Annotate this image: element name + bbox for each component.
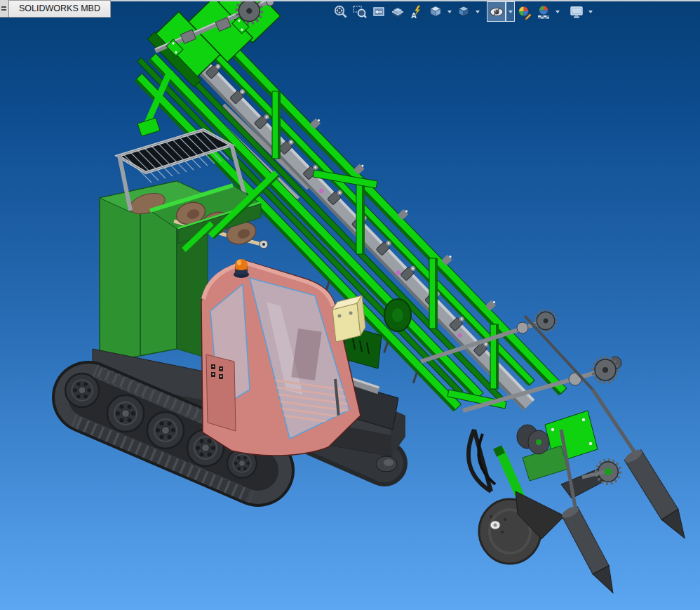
zoom-to-area-icon [351, 4, 368, 20]
yellow-valve-box[interactable] [332, 296, 365, 342]
panel-collapse-handle[interactable] [0, 0, 9, 18]
zoom-to-fit-icon [332, 4, 349, 20]
view-orientation-button[interactable] [426, 1, 445, 22]
hide-show-items-dropdown[interactable] [506, 1, 515, 22]
zoom-to-fit-button[interactable] [331, 1, 350, 22]
drive-sprocket-wheel[interactable] [65, 373, 99, 407]
previous-view-icon [370, 4, 387, 20]
section-view-button[interactable] [388, 1, 407, 22]
apply-scene-button[interactable] [534, 1, 553, 22]
view-orientation-dropdown[interactable] [445, 1, 454, 22]
tab-solidworks-mbd[interactable]: SOLIDWORKS MBD [9, 0, 111, 18]
display-style-icon [455, 4, 472, 20]
display-style-dropdown[interactable] [473, 1, 482, 22]
svg-text:A: A [411, 11, 417, 19]
previous-view-button[interactable] [369, 1, 388, 22]
dynamic-annotation-views-icon: A [408, 4, 425, 20]
graphics-viewport[interactable] [0, 0, 700, 610]
edit-appearance-icon [516, 4, 533, 20]
coulter-discs[interactable] [517, 425, 549, 454]
section-view-icon [389, 4, 406, 20]
view-orientation-icon [427, 4, 444, 20]
panel-collapse-icon [1, 6, 6, 8]
hide-show-items-button[interactable] [487, 1, 506, 22]
heads-up-view-toolbar: A [331, 1, 595, 22]
edit-appearance-button[interactable] [515, 1, 534, 22]
apply-scene-dropdown[interactable] [553, 1, 562, 22]
beacon-light[interactable] [234, 259, 249, 278]
checker-floor [538, 15, 549, 19]
chevron-down-icon [476, 11, 480, 13]
view-settings-dropdown[interactable] [586, 1, 595, 22]
chevron-down-icon [556, 11, 560, 13]
cab-door-panel[interactable] [206, 354, 236, 431]
monitor-icon [568, 4, 585, 20]
view-settings-button[interactable] [567, 1, 586, 22]
chevron-down-icon [509, 11, 513, 13]
feature-tab-bar: SOLIDWORKS MBD [0, 0, 111, 18]
chevron-down-icon [588, 11, 593, 13]
eye-icon [488, 4, 505, 20]
model-3d-view[interactable] [0, 0, 700, 610]
dynamic-annotation-views-button[interactable]: A [407, 1, 426, 22]
display-style-button[interactable] [454, 1, 473, 22]
apply-scene-icon [535, 4, 552, 20]
chevron-down-icon [447, 11, 452, 13]
solidworks-mbd-window: SOLIDWORKS MBD [0, 0, 700, 610]
zoom-to-area-button[interactable] [350, 1, 369, 22]
